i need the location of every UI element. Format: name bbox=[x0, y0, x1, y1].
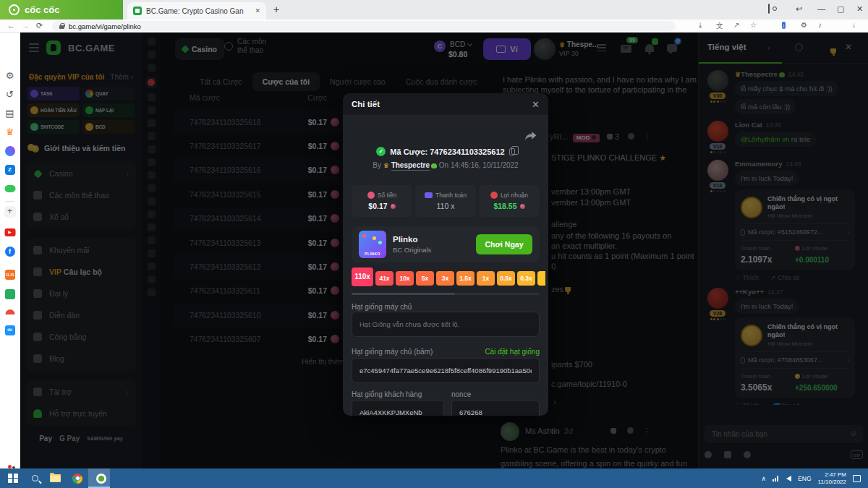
new-tab-button[interactable]: + bbox=[273, 4, 279, 15]
window-restore-button[interactable]: ▢ bbox=[837, 4, 844, 14]
multiplier-chip[interactable]: 10x bbox=[396, 271, 414, 286]
lazada-icon[interactable]: 11.11 bbox=[5, 270, 15, 280]
crown-icon: ♛ bbox=[383, 162, 389, 169]
multiplier-chip[interactable] bbox=[537, 271, 545, 286]
coccoc-logo-icon bbox=[9, 4, 20, 15]
coccoc-taskbar-icon[interactable] bbox=[94, 468, 109, 488]
multiplier-chip[interactable]: 1x bbox=[477, 271, 495, 286]
bcgame-favicon-icon bbox=[133, 7, 142, 15]
multiplier-scrollbar[interactable] bbox=[352, 293, 540, 295]
frog-icon bbox=[431, 163, 437, 168]
plinko-thumbnail[interactable] bbox=[359, 231, 386, 258]
youtube-icon[interactable]: ▶ bbox=[4, 228, 15, 236]
bet-stats: Số tiền $0.17 Thanh toán 110 x Lợi nhuận… bbox=[352, 185, 540, 217]
multiplier-chip[interactable]: 41x bbox=[375, 271, 393, 286]
tab-close-icon[interactable]: ✕ bbox=[255, 7, 260, 14]
action-center-icon[interactable] bbox=[853, 475, 861, 482]
multiplier-chip[interactable]: 3x bbox=[436, 271, 454, 286]
money-bag-icon bbox=[367, 192, 375, 199]
browser-tabstrip: cốc cốc BC.Game: Crypto Casino Gan ✕ + ↩… bbox=[0, 0, 868, 20]
multiplier-chip[interactable]: 110x bbox=[352, 267, 373, 286]
stat-payout: Thanh toán 110 x bbox=[415, 185, 476, 217]
download-device-icon[interactable]: ⤓ bbox=[699, 21, 702, 30]
url-text: bc.game/vi/game/plinko bbox=[69, 22, 141, 30]
server-seed-label: Hạt giống máy chủ bbox=[352, 303, 412, 311]
reading-list-icon[interactable]: ▤ bbox=[5, 108, 14, 119]
lock-icon[interactable] bbox=[59, 25, 64, 29]
game-provider: BC Originals bbox=[393, 246, 431, 254]
window-minimize-button[interactable]: — bbox=[817, 4, 825, 13]
brand-label: cốc cốc bbox=[25, 4, 59, 15]
windows-taskbar: ∧ ENG 2:47 PM11/10/2022 bbox=[0, 468, 868, 488]
chrome-icon[interactable] bbox=[70, 468, 85, 488]
browser-toolbar: ← → ⟳ bc.game/vi/game/plinko ⤓ 文 ↗ ☆ ↓ ⚙… bbox=[0, 20, 868, 33]
coin-icon bbox=[520, 204, 525, 209]
multiplier-chip[interactable]: 0.5x bbox=[497, 271, 515, 286]
browser-brand[interactable]: cốc cốc bbox=[0, 0, 123, 20]
forward-icon[interactable]: → bbox=[22, 21, 30, 30]
seed-settings-link[interactable]: Cài đặt hạt giống bbox=[485, 348, 540, 356]
games-icon[interactable] bbox=[4, 185, 15, 192]
reload-icon[interactable]: ⟳ bbox=[36, 21, 43, 30]
bet-detail-modal: Chi tiết ✕ ✓ Mã Cược: 74762341103325612 … bbox=[343, 93, 548, 416]
server-seed-field[interactable] bbox=[352, 312, 540, 337]
add-shortcut-button[interactable]: + bbox=[4, 206, 16, 218]
game-name: Plinko bbox=[393, 235, 431, 244]
volume-icon[interactable] bbox=[786, 476, 791, 481]
capture-icon[interactable] bbox=[768, 4, 770, 13]
tiki-icon[interactable]: tiki bbox=[5, 325, 15, 335]
multiplier-chip[interactable]: 5x bbox=[416, 271, 434, 286]
modal-close-icon[interactable]: ✕ bbox=[532, 99, 540, 110]
client-seed-label: Hạt giống khách hàng bbox=[352, 390, 422, 398]
address-bar[interactable]: bc.game/vi/game/plinko bbox=[52, 21, 676, 31]
payout-card-icon bbox=[425, 192, 433, 198]
tab-title: BC.Game: Crypto Casino Gan bbox=[146, 7, 250, 15]
nonce-label: nonce bbox=[451, 390, 471, 398]
window-close-button[interactable]: ✕ bbox=[856, 4, 863, 14]
messenger-icon[interactable] bbox=[5, 146, 15, 156]
back-icon[interactable]: ← bbox=[7, 21, 15, 30]
client-seed-field[interactable] bbox=[352, 400, 444, 416]
browser-tab[interactable]: BC.Game: Crypto Casino Gan ✕ bbox=[127, 2, 266, 20]
translate-icon[interactable]: 文 bbox=[716, 21, 723, 31]
server-seed-hash-field[interactable] bbox=[352, 358, 540, 383]
extensions-icon[interactable]: ⚙ bbox=[801, 21, 807, 29]
network-icon[interactable] bbox=[773, 476, 780, 481]
clock[interactable]: 2:47 PM11/10/2022 bbox=[818, 471, 846, 486]
multiplier-chip[interactable]: 0.3x bbox=[517, 271, 535, 286]
zalo-icon[interactable]: Z bbox=[5, 165, 15, 175]
history-icon[interactable]: ↺ bbox=[6, 89, 14, 100]
hat-icon[interactable] bbox=[5, 309, 14, 314]
share-icon[interactable]: ↗ bbox=[733, 21, 739, 29]
language-indicator[interactable]: ENG bbox=[798, 475, 811, 482]
settings-gear-icon[interactable]: ⚙ bbox=[6, 70, 14, 81]
send-to-phone-icon[interactable]: ↩ bbox=[796, 4, 802, 14]
bet-id-text: Mã Cược: 74762341103325612 bbox=[390, 147, 504, 156]
media-icon[interactable]: ♪ bbox=[818, 21, 822, 29]
play-now-button[interactable]: Chơi Ngay bbox=[476, 234, 532, 254]
bookmark-star-icon[interactable]: ☆ bbox=[750, 21, 757, 29]
copy-icon[interactable] bbox=[509, 148, 515, 155]
taskbar-search-icon[interactable] bbox=[27, 468, 42, 488]
downloads-icon[interactable]: ↓ bbox=[852, 21, 856, 29]
tray-expand-icon[interactable]: ∧ bbox=[762, 475, 767, 482]
system-tray: ∧ ENG 2:47 PM11/10/2022 bbox=[762, 468, 868, 488]
download-manager-icon[interactable]: ↓ bbox=[782, 21, 786, 30]
stat-profit: Lợi nhuận $18.55 bbox=[479, 185, 540, 217]
coin-icon bbox=[391, 204, 396, 209]
shop-icon[interactable] bbox=[5, 289, 15, 299]
facebook-icon[interactable]: f bbox=[5, 247, 15, 257]
start-button[interactable] bbox=[6, 468, 20, 488]
multiplier-chip[interactable]: 1.5x bbox=[456, 271, 475, 286]
game-row: Plinko BC Originals Chơi Ngay bbox=[352, 226, 540, 262]
modal-share-icon[interactable] bbox=[525, 131, 537, 144]
profit-bag-icon bbox=[490, 192, 498, 199]
bet-author-row: By ♛ Thespectre On 14:45:16, 10/11/2022 bbox=[343, 161, 548, 169]
browser-side-rail: ⚙ ↺ ▤ ♛ Z + ▶ f 11.11 tiki ••• bbox=[0, 33, 20, 468]
bet-author[interactable]: Thespectre bbox=[391, 161, 430, 171]
nonce-field[interactable] bbox=[451, 400, 540, 416]
crown-rewards-icon[interactable]: ♛ bbox=[6, 127, 14, 137]
multiplier-strip: 110x 41x 10x 5x 3x 1.5x 1x 0.5x 0.3x bbox=[352, 267, 545, 289]
stat-amount: Số tiền $0.17 bbox=[352, 185, 412, 217]
file-explorer-icon[interactable] bbox=[48, 468, 62, 488]
